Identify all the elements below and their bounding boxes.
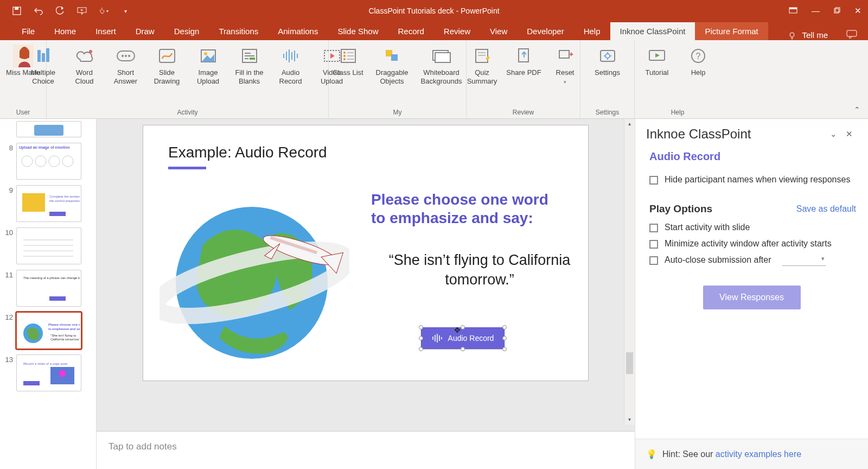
multiple-choice-button[interactable]: Multiple Choice <box>25 43 62 85</box>
globe-image[interactable] <box>159 185 349 359</box>
svg-point-39 <box>343 58 346 60</box>
class-list-button[interactable]: Class List <box>330 43 367 77</box>
tab-transitions[interactable]: Transitions <box>209 22 268 40</box>
vertical-scrollbar[interactable]: ▴ ▾ <box>624 119 635 424</box>
word-cloud-button[interactable]: Word Cloud <box>66 43 103 85</box>
image-upload-button[interactable]: Image Upload <box>190 43 227 85</box>
resize-handle[interactable] <box>461 325 465 329</box>
close-icon[interactable]: ✕ <box>854 6 861 16</box>
tab-help[interactable]: Help <box>574 22 610 40</box>
pane-subtitle: Audio Record <box>635 147 868 172</box>
svg-point-17 <box>125 55 127 57</box>
fill-blanks-button[interactable]: Fill in the Blanks <box>231 43 268 85</box>
tab-design[interactable]: Design <box>164 22 209 40</box>
tab-draw[interactable]: Draw <box>126 22 164 40</box>
resize-handle[interactable] <box>419 347 423 351</box>
scroll-down-icon[interactable]: ▾ <box>624 415 635 424</box>
tab-file[interactable]: File <box>12 22 44 40</box>
tab-insert[interactable]: Insert <box>86 22 126 40</box>
autoclose-dropdown[interactable] <box>782 255 826 266</box>
thumb-13[interactable]: Record a video of a yoga pose <box>16 354 81 391</box>
svg-text:California tomorrow.": California tomorrow." <box>50 338 80 341</box>
checkbox-autoclose[interactable] <box>649 256 658 265</box>
draggable-objects-button[interactable]: Draggable Objects <box>371 43 413 85</box>
maximize-icon[interactable] <box>834 6 840 16</box>
tab-home[interactable]: Home <box>44 22 86 40</box>
thumb-10[interactable] <box>16 227 81 264</box>
thumb-9[interactable]: Complete the sentence withthe correct pr… <box>16 185 81 222</box>
hint-link[interactable]: activity examples here <box>716 449 801 459</box>
slide-drawing-button[interactable]: Slide Drawing <box>149 43 186 85</box>
present-icon[interactable] <box>77 6 87 16</box>
pane-close-icon[interactable]: ✕ <box>841 129 857 139</box>
scroll-up-icon[interactable]: ▴ <box>624 119 635 129</box>
reset-button[interactable]: Reset▾ <box>547 43 584 85</box>
title-underline <box>168 167 206 169</box>
classpoint-pane: Inknoe ClassPoint ⌄ ✕ Audio Record Hide … <box>635 119 868 469</box>
tab-picture-format[interactable]: Picture Format <box>695 22 768 40</box>
thumb-12[interactable]: Please choose one wordto emphasize and s… <box>16 312 81 349</box>
checkbox-start-with-slide[interactable] <box>649 224 658 232</box>
qat-more-icon[interactable]: ▾ <box>120 6 130 16</box>
tell-me[interactable]: Tell me <box>802 30 828 40</box>
comments-icon[interactable] <box>846 30 857 40</box>
slide-sorter[interactable]: 8Upload an image of emotion 9Complete th… <box>0 119 97 469</box>
help-button[interactable]: ?Help <box>680 43 717 77</box>
tab-record[interactable]: Record <box>388 22 433 40</box>
thumb-8[interactable]: Upload an image of emotion <box>16 143 81 180</box>
svg-rect-44 <box>435 53 450 62</box>
tab-developer[interactable]: Developer <box>517 22 573 40</box>
tab-review[interactable]: Review <box>434 22 480 40</box>
ribbon-display-icon[interactable] <box>789 6 797 16</box>
svg-text:the correct preposition: the correct preposition <box>49 199 80 202</box>
svg-text:"She isn't flying to: "She isn't flying to <box>50 334 76 337</box>
undo-icon[interactable] <box>34 6 43 16</box>
audio-record-slide-button[interactable]: Audio Record ✥ <box>421 327 505 349</box>
thumb-11[interactable]: The meaning of a phrase can change based… <box>16 270 81 307</box>
group-settings-label: Settings <box>596 109 619 117</box>
svg-rect-59 <box>34 125 63 136</box>
label-autoclose: Auto-close submission after <box>665 255 771 265</box>
scroll-thumb[interactable] <box>626 352 633 374</box>
checkbox-hide-names[interactable] <box>649 176 658 185</box>
thumb-7[interactable] <box>16 121 81 137</box>
touch-mode-icon[interactable]: ▾ <box>99 6 108 16</box>
svg-point-63 <box>62 156 73 167</box>
svg-rect-8 <box>847 30 857 36</box>
svg-rect-12 <box>42 53 45 62</box>
redo-icon[interactable] <box>55 6 65 16</box>
audio-record-button[interactable]: Audio Record <box>272 43 309 85</box>
resize-handle[interactable] <box>502 325 507 329</box>
share-pdf-button[interactable]: Share PDF <box>506 43 542 77</box>
tab-animations[interactable]: Animations <box>268 22 328 40</box>
notes-pane[interactable]: Tap to add notes <box>97 431 635 469</box>
collapse-ribbon-icon[interactable]: ⌃ <box>854 105 860 114</box>
resize-handle[interactable] <box>502 347 507 351</box>
save-icon[interactable] <box>12 6 22 16</box>
view-responses-button[interactable]: View Responses <box>703 286 801 309</box>
ribbon-tabs: File Home Insert Draw Design Transitions… <box>0 22 868 40</box>
tutorial-button[interactable]: Tutorial <box>639 43 675 77</box>
svg-point-37 <box>343 55 346 57</box>
checkbox-minimize[interactable] <box>649 240 658 249</box>
tab-view[interactable]: View <box>480 22 517 40</box>
svg-text:to emphasize and say:: to emphasize and say: <box>48 327 80 331</box>
minimize-icon[interactable]: — <box>812 6 820 16</box>
resize-handle[interactable] <box>419 336 423 340</box>
svg-rect-67 <box>49 212 66 216</box>
slide-title: Example: Audio Record <box>168 144 563 161</box>
tab-classpoint[interactable]: Inknoe ClassPoint <box>610 22 695 40</box>
short-answer-button[interactable]: Short Answer <box>107 43 144 85</box>
tab-slideshow[interactable]: Slide Show <box>328 22 388 40</box>
resize-handle[interactable] <box>419 325 423 329</box>
slide-canvas[interactable]: Example: Audio Record Please choose one … <box>143 125 588 381</box>
save-as-default-link[interactable]: Save as default <box>796 204 856 214</box>
settings-button[interactable]: Settings <box>589 43 626 77</box>
whiteboard-backgrounds-button[interactable]: Whiteboard Backgrounds <box>418 43 465 85</box>
play-options-heading: Play Options <box>649 203 796 215</box>
quiz-summary-button[interactable]: Quiz Summary <box>463 43 501 85</box>
resize-handle[interactable] <box>461 347 465 351</box>
resize-handle[interactable] <box>502 336 507 340</box>
svg-rect-13 <box>46 48 49 62</box>
pane-chevron-down-icon[interactable]: ⌄ <box>826 129 841 139</box>
